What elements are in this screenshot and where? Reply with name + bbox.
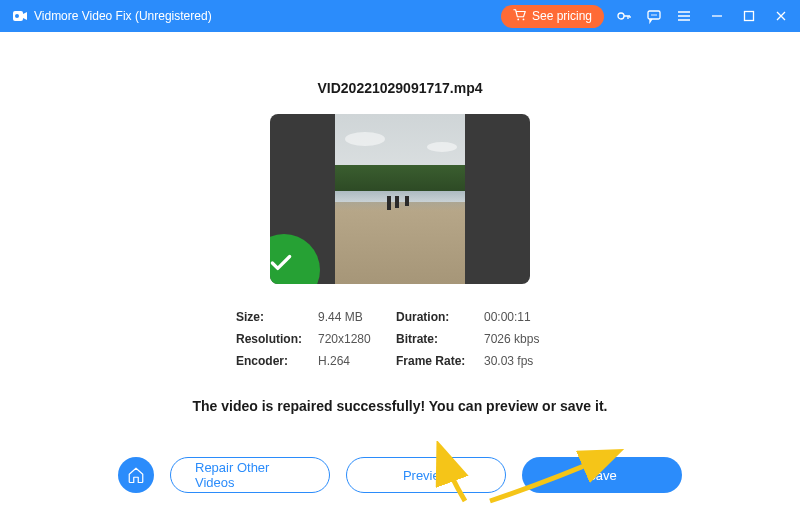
maximize-button[interactable]	[742, 9, 756, 23]
svg-marker-1	[23, 12, 27, 20]
app-logo-icon	[12, 8, 28, 24]
key-icon[interactable]	[616, 8, 632, 24]
action-bar: Repair Other Videos Preview Save	[0, 457, 800, 493]
titlebar: Vidmore Video Fix (Unregistered) See pri…	[0, 0, 800, 32]
save-button[interactable]: Save	[522, 457, 682, 493]
svg-point-9	[655, 14, 657, 16]
see-pricing-label: See pricing	[532, 9, 592, 23]
bitrate-label: Bitrate:	[396, 332, 476, 346]
size-label: Size:	[236, 310, 310, 324]
duration-value: 00:00:11	[484, 310, 564, 324]
preview-label: Preview	[403, 468, 449, 483]
resolution-value: 720x1280	[318, 332, 388, 346]
svg-rect-10	[745, 12, 754, 21]
feedback-icon[interactable]	[646, 8, 662, 24]
file-name: VID20221029091717.mp4	[317, 80, 482, 96]
close-button[interactable]	[774, 9, 788, 23]
repair-other-videos-button[interactable]: Repair Other Videos	[170, 457, 330, 493]
framerate-label: Frame Rate:	[396, 354, 476, 368]
see-pricing-button[interactable]: See pricing	[501, 5, 604, 28]
duration-label: Duration:	[396, 310, 476, 324]
check-icon	[270, 250, 294, 276]
app-title: Vidmore Video Fix (Unregistered)	[34, 9, 212, 23]
repair-label: Repair Other Videos	[195, 460, 305, 490]
encoder-label: Encoder:	[236, 354, 310, 368]
svg-point-4	[523, 18, 525, 20]
svg-point-7	[651, 14, 653, 16]
metadata-grid: Size: 9.44 MB Duration: 00:00:11 Resolut…	[236, 310, 564, 368]
svg-point-8	[653, 14, 655, 16]
svg-point-3	[517, 18, 519, 20]
bitrate-value: 7026 kbps	[484, 332, 564, 346]
menu-icon[interactable]	[676, 8, 692, 24]
resolution-label: Resolution:	[236, 332, 310, 346]
success-badge	[270, 234, 320, 284]
framerate-value: 30.03 fps	[484, 354, 564, 368]
home-button[interactable]	[118, 457, 154, 493]
size-value: 9.44 MB	[318, 310, 388, 324]
svg-point-2	[15, 14, 19, 18]
save-label: Save	[587, 468, 617, 483]
video-thumbnail	[270, 114, 530, 284]
svg-point-5	[618, 13, 624, 19]
minimize-button[interactable]	[710, 9, 724, 23]
encoder-value: H.264	[318, 354, 388, 368]
preview-button[interactable]: Preview	[346, 457, 506, 493]
home-icon	[127, 466, 145, 484]
cart-icon	[513, 8, 527, 25]
status-message: The video is repaired successfully! You …	[193, 398, 608, 414]
main-content: VID20221029091717.mp4 Size: 9.44 MB Dura…	[0, 32, 800, 414]
